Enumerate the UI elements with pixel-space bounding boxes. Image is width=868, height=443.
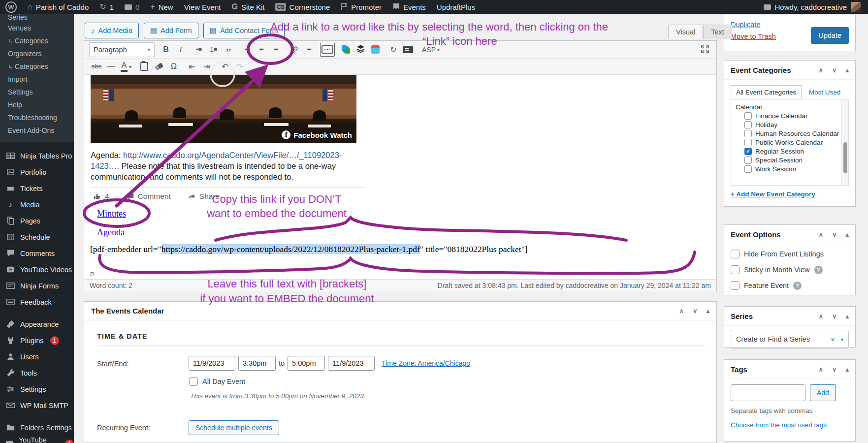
category-item[interactable]: Finance Calendar bbox=[736, 111, 848, 120]
blockquote-button[interactable]: ” bbox=[221, 40, 236, 59]
bold-button[interactable]: B bbox=[159, 43, 173, 57]
outdent-button[interactable]: ⇤ bbox=[185, 60, 199, 73]
add-tag-button[interactable]: Add bbox=[810, 384, 836, 401]
collapse-icon[interactable]: ▴ bbox=[845, 231, 849, 238]
sidebar-item-ninja-forms[interactable]: Ninja Forms bbox=[0, 278, 74, 294]
redo-button[interactable]: ↷ bbox=[232, 60, 247, 73]
share-button[interactable]: Share bbox=[188, 192, 220, 201]
add-contact-form-button[interactable]: ▤Add Contact Form bbox=[203, 23, 285, 38]
sidebar-item-plugins[interactable]: Plugins 1 bbox=[0, 332, 74, 348]
category-item[interactable]: Regular Session bbox=[736, 147, 848, 156]
updraftplus-menu[interactable]: UpdraftPlus bbox=[431, 0, 481, 14]
category-item[interactable]: Special Session bbox=[736, 156, 848, 164]
start-date-input[interactable] bbox=[189, 356, 235, 371]
sidebar-item-media[interactable]: ♪ Media bbox=[0, 196, 74, 213]
indent-button[interactable]: ⇥ bbox=[199, 60, 214, 73]
numbered-list-button[interactable]: 1≡ bbox=[206, 43, 221, 57]
align-center-button[interactable]: ≡ bbox=[254, 43, 269, 57]
sidebar-item-youtube-videos[interactable]: YouTube Videos bbox=[0, 261, 74, 278]
path-p-label[interactable]: P bbox=[90, 271, 95, 278]
pdf-embedder-shortcode[interactable]: [pdf-embedder url="https://caddo.gov/wp-… bbox=[90, 244, 528, 254]
sticky-month-view-option[interactable]: Sticky in Month View? bbox=[731, 265, 849, 274]
bulleted-list-button[interactable]: •≡ bbox=[192, 43, 206, 57]
view-event-menu[interactable]: View Event bbox=[179, 0, 226, 14]
sidebar-item-troubleshooting[interactable]: Troubleshooting bbox=[0, 111, 74, 124]
clear-icon[interactable]: × bbox=[826, 335, 839, 344]
howdy-menu[interactable]: Howdy, caddocreative bbox=[764, 2, 868, 12]
help-icon[interactable]: ? bbox=[814, 266, 823, 274]
add-media-button[interactable]: ♪Add Media bbox=[85, 23, 139, 38]
hide-from-listings-option[interactable]: Hide From Event Listings bbox=[731, 250, 849, 258]
align-right-button[interactable]: ≡ bbox=[269, 43, 284, 57]
events-menu[interactable]: Events bbox=[387, 0, 431, 14]
site-kit-menu[interactable]: GSite Kit bbox=[226, 0, 270, 14]
end-date-input[interactable] bbox=[328, 356, 375, 371]
collapse-icon[interactable]: ▴ bbox=[845, 313, 849, 320]
sidebar-item-tools[interactable]: Tools bbox=[0, 365, 74, 381]
promoter-menu[interactable]: Promoter bbox=[335, 0, 387, 14]
category-checkbox[interactable] bbox=[744, 121, 752, 128]
sidebar-item-appearance[interactable]: Appearance bbox=[0, 316, 74, 332]
start-time-input[interactable] bbox=[238, 356, 276, 371]
checkbox[interactable] bbox=[731, 250, 739, 258]
sidebar-item-event-addons[interactable]: Event Add-Ons bbox=[0, 124, 74, 137]
clear-formatting-button[interactable] bbox=[152, 60, 166, 73]
sidebar-item-youtube-feed[interactable]: YouTube Feed 1 bbox=[0, 436, 74, 443]
scrollbar-thumb[interactable] bbox=[843, 142, 847, 173]
sidebar-item-pages[interactable]: Pages bbox=[0, 213, 74, 229]
sidebar-item-organizer-categories[interactable]: ↳Categories bbox=[0, 60, 74, 73]
move-down-icon[interactable]: ∨ bbox=[832, 366, 837, 373]
category-item[interactable]: Work Session bbox=[736, 164, 848, 173]
move-up-icon[interactable]: ∧ bbox=[818, 313, 823, 320]
collapse-icon[interactable]: ▴ bbox=[845, 66, 849, 74]
minutes-link[interactable]: Minutes bbox=[97, 209, 126, 219]
end-time-input[interactable] bbox=[288, 356, 325, 371]
tags-input[interactable] bbox=[731, 384, 805, 401]
move-up-icon[interactable]: ∧ bbox=[818, 231, 823, 238]
checkbox[interactable] bbox=[731, 265, 739, 274]
sidebar-item-import[interactable]: Import bbox=[0, 73, 74, 86]
sidebar-item-feedback[interactable]: Feedback bbox=[0, 294, 74, 310]
comments-menu[interactable]: 0 bbox=[119, 0, 145, 14]
toolbar-toggle-button[interactable] bbox=[320, 43, 335, 57]
category-checkbox[interactable] bbox=[744, 139, 752, 146]
facebook-video-embed[interactable]: f Facebook Watch bbox=[91, 75, 356, 143]
sidebar-item-users[interactable]: Users bbox=[0, 348, 74, 365]
move-down-icon[interactable]: ∨ bbox=[832, 313, 837, 320]
ninja-forms-button[interactable] bbox=[338, 43, 353, 57]
read-more-button[interactable]: ≡ bbox=[302, 43, 317, 57]
sidebar-item-organizers[interactable]: Organizers bbox=[0, 47, 74, 60]
metabox-header[interactable]: The Events Calendar ∧ ∨ ▴ bbox=[84, 302, 716, 320]
agenda-link[interactable]: Agenda bbox=[97, 227, 125, 238]
sidebar-item-comments[interactable]: Comments bbox=[0, 245, 74, 261]
updates-menu[interactable]: ↻1 bbox=[94, 0, 119, 14]
align-left-button[interactable]: ≡ bbox=[239, 43, 254, 57]
undo-button[interactable]: ↶ bbox=[218, 60, 232, 73]
help-icon[interactable]: ? bbox=[793, 282, 802, 290]
sidebar-item-settings[interactable]: Settings bbox=[0, 86, 74, 98]
refresh-button[interactable]: ↻ bbox=[386, 43, 401, 57]
sidebar-item-portfolio[interactable]: Portfolio bbox=[0, 164, 74, 180]
sidebar-item-help[interactable]: Help bbox=[0, 98, 74, 111]
timezone-link[interactable]: Time Zone: America/Chicago bbox=[382, 359, 470, 367]
event-options-header[interactable]: Event Options ∧ ∨ ▴ bbox=[724, 225, 855, 244]
tab-text[interactable]: Text bbox=[703, 25, 732, 39]
post-form-button[interactable] bbox=[401, 43, 416, 57]
sidebar-item-wp-mail-smtp[interactable]: WP Mail SMTP bbox=[0, 397, 74, 413]
sidebar-item-settings[interactable]: Settings bbox=[0, 381, 74, 397]
move-down-icon[interactable]: ∨ bbox=[832, 231, 837, 238]
all-day-checkbox[interactable] bbox=[189, 377, 198, 386]
category-item[interactable]: Public Works Calendar bbox=[736, 138, 848, 147]
strikethrough-button[interactable]: abc bbox=[89, 60, 104, 73]
cornerstone-menu[interactable]: CSCornerstone bbox=[270, 0, 335, 14]
special-character-button[interactable]: Ω bbox=[166, 60, 181, 73]
horizontal-rule-button[interactable]: — bbox=[104, 60, 119, 73]
sidebar-item-venues[interactable]: Venues bbox=[0, 22, 74, 34]
sidebar-item-ninja-tables[interactable]: Ninja Tables Pro bbox=[0, 148, 74, 164]
tab-all-event-categories[interactable]: All Event Categories bbox=[731, 85, 802, 99]
add-form-button[interactable]: ▤Add Form bbox=[144, 23, 198, 38]
asp-dropdown[interactable]: ASP▾ bbox=[419, 43, 443, 57]
like-button[interactable]: 4 bbox=[93, 192, 109, 201]
text-color-button[interactable]: A▾ bbox=[119, 60, 133, 73]
move-to-trash-link[interactable]: Move to Trash bbox=[731, 32, 776, 40]
